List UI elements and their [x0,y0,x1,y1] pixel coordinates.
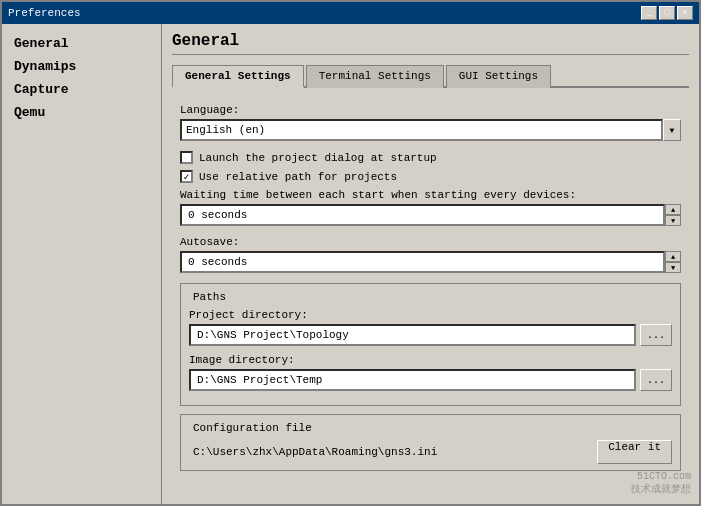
image-dir-label: Image directory: [189,354,672,366]
minimize-button[interactable]: _ [641,6,657,20]
config-row: C:\Users\zhx\AppData\Roaming\gns3.ini Cl… [189,440,672,464]
watermark-line2: 技术成就梦想 [631,482,691,496]
content-area: Language: English (en) ▼ Launch the proj… [172,96,689,479]
sidebar-item-general[interactable]: General [10,34,153,53]
language-value: English (en) [186,124,265,136]
window-body: General Dynamips Capture Qemu General Ge… [2,24,699,504]
project-dir-row: Project directory: ... [189,309,672,346]
window-title: Preferences [8,7,81,19]
autosave-input[interactable] [180,251,665,273]
close-button[interactable]: × [677,6,693,20]
wait-spinner-buttons: ▲ ▼ [665,204,681,226]
autosave-spinner-wrapper: ▲ ▼ [180,251,681,273]
wait-label: Waiting time between each start when sta… [180,189,681,201]
title-bar-buttons: _ □ × [641,6,693,20]
clear-it-button[interactable]: Clear it [597,440,672,464]
checkbox-launch-label: Launch the project dialog at startup [199,152,437,164]
tab-general-settings[interactable]: General Settings [172,65,304,88]
tab-terminal-settings[interactable]: Terminal Settings [306,65,444,88]
autosave-spinner-up[interactable]: ▲ [665,251,681,262]
autosave-spinner-down[interactable]: ▼ [665,262,681,273]
checkbox-relative-path: ✓ Use relative path for projects [180,170,681,183]
wait-spinner-up[interactable]: ▲ [665,204,681,215]
sidebar: General Dynamips Capture Qemu [2,24,162,504]
sidebar-item-qemu[interactable]: Qemu [10,103,153,122]
autosave-spinner-buttons: ▲ ▼ [665,251,681,273]
autosave-label: Autosave: [180,236,681,248]
config-path-text: C:\Users\zhx\AppData\Roaming\gns3.ini [189,444,591,460]
section-title: General [172,32,689,55]
image-dir-input[interactable] [189,369,636,391]
language-select-wrapper: English (en) ▼ [180,119,681,141]
tabs-bar: General Settings Terminal Settings GUI S… [172,63,689,88]
wait-spinner-wrapper: ▲ ▼ [180,204,681,226]
sidebar-item-capture[interactable]: Capture [10,80,153,99]
image-dir-input-row: ... [189,369,672,391]
title-bar: Preferences _ □ × [2,2,699,24]
config-group-title: Configuration file [189,422,316,434]
language-dropdown-arrow[interactable]: ▼ [663,119,681,141]
sidebar-item-dynamips[interactable]: Dynamips [10,57,153,76]
image-dir-row: Image directory: ... [189,354,672,391]
wait-spinner-down[interactable]: ▼ [665,215,681,226]
watermark-line1: 51CTO.com [631,471,691,482]
checkbox-launch-input[interactable] [180,151,193,164]
checkbox-relative-label: Use relative path for projects [199,171,397,183]
checkbox-relative-input[interactable]: ✓ [180,170,193,183]
paths-group: Paths Project directory: ... Image direc… [180,283,681,406]
project-dir-input[interactable] [189,324,636,346]
tab-gui-settings[interactable]: GUI Settings [446,65,551,88]
image-dir-browse-button[interactable]: ... [640,369,672,391]
language-label: Language: [180,104,681,116]
wait-input[interactable] [180,204,665,226]
main-content: General General Settings Terminal Settin… [162,24,699,504]
project-dir-input-row: ... [189,324,672,346]
maximize-button[interactable]: □ [659,6,675,20]
watermark: 51CTO.com 技术成就梦想 [631,471,691,496]
project-dir-browse-button[interactable]: ... [640,324,672,346]
project-dir-label: Project directory: [189,309,672,321]
preferences-window: Preferences _ □ × General Dynamips Captu… [0,0,701,506]
paths-group-title: Paths [189,291,230,303]
config-group: Configuration file C:\Users\zhx\AppData\… [180,414,681,471]
checkbox-launch-dialog: Launch the project dialog at startup [180,151,681,164]
language-select[interactable]: English (en) [180,119,663,141]
